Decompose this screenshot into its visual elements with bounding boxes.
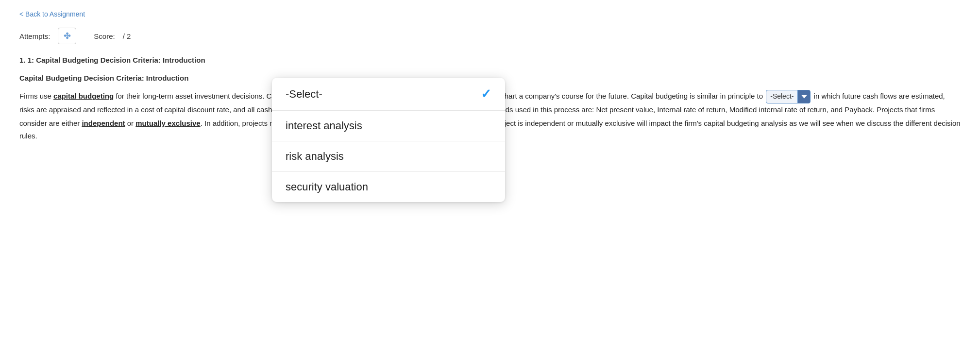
body-intro: Firms use bbox=[19, 92, 53, 100]
dropdown-item[interactable]: -Select-✓ bbox=[272, 78, 505, 111]
attempts-box[interactable]: ✤ bbox=[58, 28, 76, 44]
dropdown-menu: -Select-✓interest analysisrisk analysiss… bbox=[272, 78, 505, 202]
score-value: / 2 bbox=[123, 32, 131, 40]
attempts-label: Attempts: bbox=[19, 32, 50, 40]
refresh-icon: ✤ bbox=[64, 31, 71, 41]
or-text: or bbox=[125, 119, 136, 127]
dropdown-item[interactable]: security valuation bbox=[272, 172, 505, 202]
score-label: Score: bbox=[94, 32, 115, 40]
question-title: 1. 1: Capital Budgeting Decision Criteri… bbox=[19, 56, 961, 64]
back-to-assignment-link[interactable]: < Back to Assignment bbox=[19, 10, 85, 18]
dropdown-item[interactable]: risk analysis bbox=[272, 141, 505, 172]
dropdown-item[interactable]: interest analysis bbox=[272, 111, 505, 141]
meta-row: Attempts: ✤ Score: / 2 bbox=[19, 28, 961, 44]
dropdown-item-label: interest analysis bbox=[286, 120, 362, 132]
select-1-text: -Select- bbox=[766, 91, 797, 103]
select-1-wrapper[interactable]: -Select- bbox=[766, 90, 811, 103]
dropdown-item-label: risk analysis bbox=[286, 150, 344, 163]
select-1-arrow[interactable] bbox=[797, 90, 810, 103]
capital-budgeting-term: capital budgeting bbox=[53, 92, 114, 100]
mutually-exclusive-term: mutually exclusive bbox=[135, 119, 200, 127]
dropdown-item-label: security valuation bbox=[286, 181, 368, 193]
dropdown-item-label: -Select- bbox=[286, 88, 322, 101]
checkmark-icon: ✓ bbox=[481, 86, 491, 102]
independent-term: independent bbox=[82, 119, 125, 127]
chevron-down-icon bbox=[801, 94, 807, 100]
